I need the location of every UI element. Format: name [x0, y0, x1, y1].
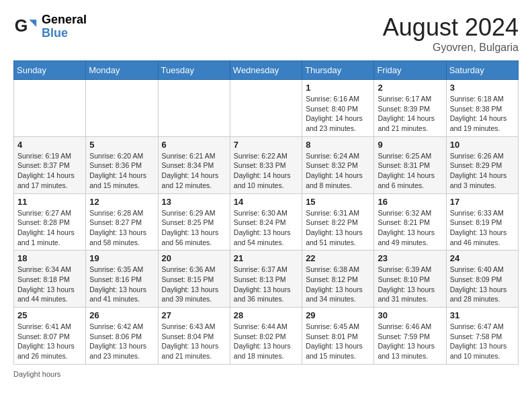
day-number: 20 [162, 253, 226, 263]
calendar-cell: 12Sunrise: 6:28 AM Sunset: 8:27 PM Dayli… [86, 193, 158, 250]
logo-text: General Blue [42, 13, 87, 40]
day-info: Sunrise: 6:26 AM Sunset: 8:29 PM Dayligh… [450, 151, 515, 191]
day-number: 6 [162, 140, 226, 150]
calendar-cell: 29Sunrise: 6:45 AM Sunset: 8:01 PM Dayli… [302, 308, 374, 365]
svg-marker-1 [29, 19, 36, 27]
day-number: 3 [450, 83, 515, 93]
day-info: Sunrise: 6:19 AM Sunset: 8:37 PM Dayligh… [17, 151, 82, 191]
calendar-cell: 25Sunrise: 6:41 AM Sunset: 8:07 PM Dayli… [14, 308, 86, 365]
day-number: 21 [234, 253, 298, 263]
calendar-cell: 10Sunrise: 6:26 AM Sunset: 8:29 PM Dayli… [446, 136, 518, 193]
month-title: August 2024 [383, 13, 519, 42]
day-number: 8 [306, 140, 370, 150]
calendar-cell: 8Sunrise: 6:24 AM Sunset: 8:32 PM Daylig… [302, 136, 374, 193]
day-info: Sunrise: 6:17 AM Sunset: 8:39 PM Dayligh… [378, 94, 442, 134]
calendar-cell: 27Sunrise: 6:43 AM Sunset: 8:04 PM Dayli… [158, 308, 230, 365]
day-info: Sunrise: 6:43 AM Sunset: 8:04 PM Dayligh… [162, 322, 226, 361]
day-number: 15 [306, 197, 370, 207]
weekday-header-monday: Monday [86, 61, 158, 80]
day-number: 1 [306, 83, 370, 93]
weekday-header-wednesday: Wednesday [230, 61, 302, 80]
day-info: Sunrise: 6:47 AM Sunset: 7:58 PM Dayligh… [450, 322, 515, 361]
day-info: Sunrise: 6:22 AM Sunset: 8:33 PM Dayligh… [234, 151, 298, 191]
day-info: Sunrise: 6:44 AM Sunset: 8:02 PM Dayligh… [234, 322, 298, 361]
daylight-hours-label: Daylight hours [13, 370, 60, 378]
location: Gyovren, Bulgaria [383, 42, 519, 54]
calendar-table: SundayMondayTuesdayWednesdayThursdayFrid… [13, 60, 519, 365]
calendar-cell: 13Sunrise: 6:29 AM Sunset: 8:25 PM Dayli… [158, 193, 230, 250]
day-number: 29 [306, 310, 370, 320]
day-number: 12 [89, 197, 154, 207]
weekday-header-sunday: Sunday [14, 61, 86, 80]
calendar-cell: 6Sunrise: 6:21 AM Sunset: 8:34 PM Daylig… [158, 136, 230, 193]
day-info: Sunrise: 6:29 AM Sunset: 8:25 PM Dayligh… [162, 208, 226, 248]
week-row-3: 11Sunrise: 6:27 AM Sunset: 8:28 PM Dayli… [14, 193, 519, 250]
calendar-cell: 15Sunrise: 6:31 AM Sunset: 8:22 PM Dayli… [302, 193, 374, 250]
calendar-cell: 22Sunrise: 6:38 AM Sunset: 8:12 PM Dayli… [302, 250, 374, 308]
day-info: Sunrise: 6:21 AM Sunset: 8:34 PM Dayligh… [162, 151, 226, 191]
calendar-header: SundayMondayTuesdayWednesdayThursdayFrid… [14, 61, 519, 80]
weekday-row: SundayMondayTuesdayWednesdayThursdayFrid… [14, 61, 519, 80]
calendar-cell: 30Sunrise: 6:46 AM Sunset: 7:59 PM Dayli… [374, 308, 446, 365]
calendar-cell: 4Sunrise: 6:19 AM Sunset: 8:37 PM Daylig… [14, 136, 86, 193]
calendar-cell: 18Sunrise: 6:34 AM Sunset: 8:18 PM Dayli… [14, 250, 86, 308]
day-info: Sunrise: 6:27 AM Sunset: 8:28 PM Dayligh… [17, 208, 82, 248]
calendar-cell: 23Sunrise: 6:39 AM Sunset: 8:10 PM Dayli… [374, 250, 446, 308]
day-number: 10 [450, 140, 515, 150]
day-info: Sunrise: 6:28 AM Sunset: 8:27 PM Dayligh… [89, 208, 154, 248]
day-number: 26 [89, 310, 154, 320]
day-number: 28 [234, 310, 298, 320]
week-row-1: 1Sunrise: 6:16 AM Sunset: 8:40 PM Daylig… [14, 80, 519, 137]
logo-blue: Blue [42, 27, 87, 40]
day-number: 19 [89, 253, 154, 263]
calendar-cell: 14Sunrise: 6:30 AM Sunset: 8:24 PM Dayli… [230, 193, 302, 250]
calendar-cell: 2Sunrise: 6:17 AM Sunset: 8:39 PM Daylig… [374, 80, 446, 137]
week-row-2: 4Sunrise: 6:19 AM Sunset: 8:37 PM Daylig… [14, 136, 519, 193]
day-number: 4 [17, 140, 82, 150]
page-header: G General Blue August 2024 Gyovren, Bulg… [13, 13, 519, 54]
day-number: 17 [450, 197, 515, 207]
day-number: 27 [162, 310, 226, 320]
logo: G General Blue [13, 13, 87, 40]
title-block: August 2024 Gyovren, Bulgaria [383, 13, 519, 54]
week-row-4: 18Sunrise: 6:34 AM Sunset: 8:18 PM Dayli… [14, 250, 519, 308]
day-number: 2 [378, 83, 442, 93]
day-number: 18 [17, 253, 82, 263]
day-info: Sunrise: 6:34 AM Sunset: 8:18 PM Dayligh… [17, 265, 82, 304]
day-info: Sunrise: 6:39 AM Sunset: 8:10 PM Dayligh… [378, 265, 442, 304]
weekday-header-tuesday: Tuesday [158, 61, 230, 80]
day-info: Sunrise: 6:45 AM Sunset: 8:01 PM Dayligh… [306, 322, 370, 361]
weekday-header-saturday: Saturday [446, 61, 518, 80]
day-number: 5 [89, 140, 154, 150]
day-info: Sunrise: 6:38 AM Sunset: 8:12 PM Dayligh… [306, 265, 370, 304]
week-row-5: 25Sunrise: 6:41 AM Sunset: 8:07 PM Dayli… [14, 308, 519, 365]
day-info: Sunrise: 6:24 AM Sunset: 8:32 PM Dayligh… [306, 151, 370, 191]
calendar-cell [14, 80, 86, 137]
day-info: Sunrise: 6:25 AM Sunset: 8:31 PM Dayligh… [378, 151, 442, 191]
day-number: 11 [17, 197, 82, 207]
day-info: Sunrise: 6:18 AM Sunset: 8:38 PM Dayligh… [450, 94, 515, 134]
day-info: Sunrise: 6:41 AM Sunset: 8:07 PM Dayligh… [17, 322, 82, 361]
day-info: Sunrise: 6:46 AM Sunset: 7:59 PM Dayligh… [378, 322, 442, 361]
calendar-cell: 1Sunrise: 6:16 AM Sunset: 8:40 PM Daylig… [302, 80, 374, 137]
day-info: Sunrise: 6:30 AM Sunset: 8:24 PM Dayligh… [234, 208, 298, 248]
calendar-cell: 24Sunrise: 6:40 AM Sunset: 8:09 PM Dayli… [446, 250, 518, 308]
calendar-cell: 17Sunrise: 6:33 AM Sunset: 8:19 PM Dayli… [446, 193, 518, 250]
calendar-cell: 11Sunrise: 6:27 AM Sunset: 8:28 PM Dayli… [14, 193, 86, 250]
day-number: 9 [378, 140, 442, 150]
calendar-cell: 9Sunrise: 6:25 AM Sunset: 8:31 PM Daylig… [374, 136, 446, 193]
day-number: 22 [306, 253, 370, 263]
day-info: Sunrise: 6:35 AM Sunset: 8:16 PM Dayligh… [89, 265, 154, 304]
calendar-cell: 28Sunrise: 6:44 AM Sunset: 8:02 PM Dayli… [230, 308, 302, 365]
day-info: Sunrise: 6:37 AM Sunset: 8:13 PM Dayligh… [234, 265, 298, 304]
calendar-cell: 3Sunrise: 6:18 AM Sunset: 8:38 PM Daylig… [446, 80, 518, 137]
day-number: 25 [17, 310, 82, 320]
weekday-header-thursday: Thursday [302, 61, 374, 80]
day-info: Sunrise: 6:31 AM Sunset: 8:22 PM Dayligh… [306, 208, 370, 248]
calendar-cell: 16Sunrise: 6:32 AM Sunset: 8:21 PM Dayli… [374, 193, 446, 250]
day-info: Sunrise: 6:42 AM Sunset: 8:06 PM Dayligh… [89, 322, 154, 361]
calendar-cell: 20Sunrise: 6:36 AM Sunset: 8:15 PM Dayli… [158, 250, 230, 308]
day-info: Sunrise: 6:32 AM Sunset: 8:21 PM Dayligh… [378, 208, 442, 248]
day-number: 7 [234, 140, 298, 150]
day-info: Sunrise: 6:33 AM Sunset: 8:19 PM Dayligh… [450, 208, 515, 248]
